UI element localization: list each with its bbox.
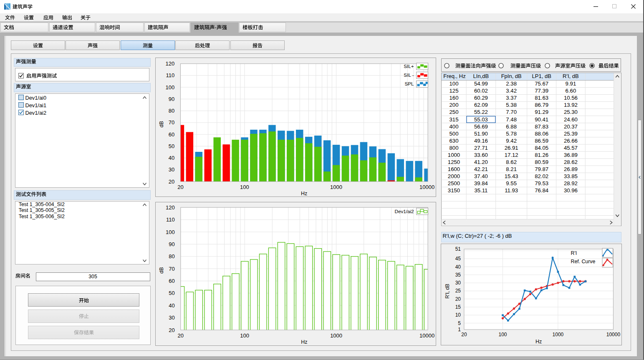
- svg-text:20: 20: [461, 332, 467, 337]
- svg-text:54.99: 54.99: [474, 81, 488, 87]
- svg-text:55.03: 55.03: [474, 116, 488, 123]
- svg-text:20: 20: [455, 296, 461, 302]
- svg-text:81.26: 81.26: [535, 152, 548, 158]
- svg-text:33.85: 33.85: [564, 173, 578, 179]
- svg-text:R'I, dB: R'I, dB: [444, 284, 450, 299]
- svg-text:15.43: 15.43: [505, 173, 518, 179]
- svg-text:20: 20: [178, 332, 184, 339]
- svg-text:81.63: 81.63: [535, 95, 548, 101]
- svg-text:1250: 1250: [448, 159, 460, 165]
- svg-text:33.60: 33.60: [474, 152, 488, 158]
- svg-text:70: 70: [169, 119, 174, 126]
- svg-text:2.38: 2.38: [506, 81, 517, 87]
- svg-text:15: 15: [455, 304, 461, 310]
- svg-text:79.53: 79.53: [535, 180, 548, 186]
- svg-text:88.06: 88.06: [535, 131, 548, 137]
- svg-text:10: 10: [455, 312, 461, 318]
- svg-text:2000: 2000: [448, 173, 460, 179]
- svg-text:41.20: 41.20: [474, 159, 488, 165]
- svg-text:10000: 10000: [419, 184, 434, 190]
- svg-text:Hz: Hz: [301, 191, 307, 196]
- svg-text:30: 30: [455, 280, 461, 286]
- svg-text:30.96: 30.96: [564, 187, 578, 194]
- svg-text:11.93: 11.93: [505, 187, 518, 194]
- svg-text:25.39: 25.39: [564, 131, 578, 137]
- svg-text:200: 200: [450, 102, 459, 108]
- svg-text:90: 90: [169, 96, 174, 102]
- svg-text:20: 20: [169, 179, 174, 185]
- svg-text:39.84: 39.84: [474, 180, 488, 186]
- svg-text:90: 90: [169, 241, 174, 247]
- svg-text:60.29: 60.29: [474, 95, 488, 101]
- svg-text:77.39: 77.39: [535, 88, 548, 94]
- svg-text:3.37: 3.37: [506, 95, 517, 101]
- svg-text:80: 80: [169, 253, 174, 259]
- svg-text:100: 100: [240, 332, 249, 339]
- svg-text:1000: 1000: [330, 184, 342, 190]
- svg-text:R'I, dB: R'I, dB: [563, 73, 579, 79]
- svg-text:28.62: 28.62: [564, 159, 578, 165]
- svg-text:37.40: 37.40: [474, 173, 488, 179]
- svg-text:110: 110: [166, 72, 175, 78]
- svg-text:24.60: 24.60: [564, 116, 578, 123]
- svg-text:1000: 1000: [553, 332, 564, 337]
- svg-text:100: 100: [498, 332, 507, 337]
- svg-text:160: 160: [450, 95, 459, 101]
- svg-text:60: 60: [169, 278, 174, 284]
- svg-text:5.38: 5.38: [506, 102, 517, 108]
- svg-text:35.11: 35.11: [475, 187, 488, 194]
- svg-text:36.89: 36.89: [564, 152, 578, 158]
- svg-text:13.92: 13.92: [564, 102, 578, 108]
- svg-text:110: 110: [166, 217, 175, 223]
- svg-text:27.71: 27.71: [474, 145, 488, 151]
- svg-text:8.62: 8.62: [506, 159, 517, 165]
- svg-text:315: 315: [450, 116, 459, 123]
- svg-text:9.55: 9.55: [506, 180, 517, 186]
- svg-text:10000: 10000: [606, 332, 621, 337]
- svg-text:9.91: 9.91: [566, 81, 576, 87]
- svg-text:51: 51: [455, 246, 461, 252]
- svg-text:28.92: 28.92: [564, 180, 578, 186]
- svg-text:82.02: 82.02: [535, 173, 548, 179]
- svg-text:40: 40: [169, 155, 174, 161]
- svg-text:60.02: 60.02: [474, 88, 488, 94]
- svg-text:76.84: 76.84: [535, 187, 548, 194]
- svg-text:62.09: 62.09: [474, 102, 488, 108]
- svg-text:20: 20: [177, 184, 183, 190]
- svg-text:1000: 1000: [330, 332, 342, 339]
- svg-text:Dev1/ai2: Dev1/ai2: [394, 209, 414, 214]
- svg-text:SPL: SPL: [405, 81, 414, 86]
- svg-text:Hz: Hz: [301, 339, 307, 345]
- svg-text:55.22: 55.22: [474, 109, 488, 115]
- svg-text:7.48: 7.48: [506, 116, 517, 123]
- svg-text:5: 5: [458, 320, 461, 326]
- svg-text:250: 250: [450, 109, 459, 115]
- svg-text:SIL+: SIL+: [404, 63, 414, 69]
- svg-text:Hz: Hz: [535, 339, 542, 345]
- svg-text:75.67: 75.67: [535, 81, 548, 87]
- svg-text:86.79: 86.79: [535, 102, 548, 108]
- svg-text:90.41: 90.41: [535, 116, 548, 123]
- svg-text:84.05: 84.05: [535, 145, 548, 151]
- svg-text:20.37: 20.37: [564, 123, 578, 130]
- svg-text:45: 45: [455, 256, 461, 262]
- svg-text:17.12: 17.12: [505, 152, 518, 158]
- svg-text:3150: 3150: [448, 187, 460, 194]
- svg-text:26.89: 26.89: [564, 166, 578, 172]
- svg-text:100: 100: [450, 81, 459, 87]
- svg-text:40: 40: [455, 264, 461, 270]
- svg-text:630: 630: [450, 138, 459, 144]
- svg-text:500: 500: [450, 131, 459, 137]
- svg-text:70: 70: [169, 266, 174, 272]
- svg-text:10.56: 10.56: [564, 95, 578, 101]
- svg-text:26.91: 26.91: [505, 145, 518, 151]
- svg-text:LP1, dB: LP1, dB: [532, 73, 551, 79]
- svg-text:30: 30: [169, 315, 174, 321]
- svg-text:400: 400: [450, 123, 459, 130]
- svg-text:20: 20: [169, 327, 174, 333]
- svg-text:1600: 1600: [448, 166, 460, 172]
- svg-text:25.30: 25.30: [564, 109, 578, 115]
- svg-text:7.70: 7.70: [506, 109, 517, 115]
- svg-text:1000: 1000: [448, 152, 460, 158]
- svg-text:dB: dB: [159, 121, 164, 127]
